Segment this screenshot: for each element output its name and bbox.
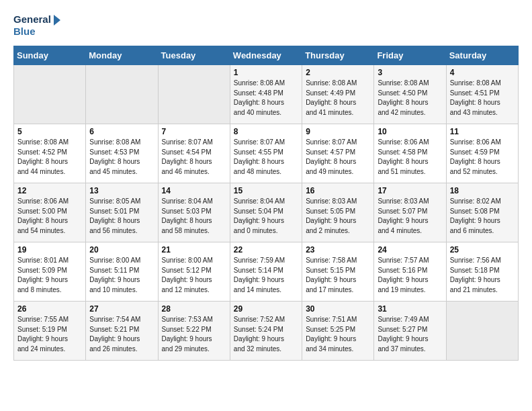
day-info: Sunrise: 8:08 AM Sunset: 4:52 PM Dayligh… [17, 138, 82, 177]
day-info: Sunrise: 8:08 AM Sunset: 4:53 PM Dayligh… [89, 138, 154, 177]
day-info: Sunrise: 8:08 AM Sunset: 4:50 PM Dayligh… [378, 79, 442, 118]
day-info: Sunrise: 7:49 AM Sunset: 5:27 PM Dayligh… [378, 315, 442, 354]
calendar-cell: 4Sunrise: 8:08 AM Sunset: 4:51 PM Daylig… [446, 65, 518, 124]
weekday-header: Wednesday [230, 46, 302, 65]
svg-text:General: General [13, 13, 51, 25]
day-number: 11 [450, 127, 515, 136]
day-info: Sunrise: 7:56 AM Sunset: 5:18 PM Dayligh… [450, 256, 515, 295]
day-number: 5 [17, 127, 82, 136]
calendar-week-row: 5Sunrise: 8:08 AM Sunset: 4:52 PM Daylig… [14, 124, 519, 183]
calendar-cell: 14Sunrise: 8:04 AM Sunset: 5:03 PM Dayli… [158, 183, 230, 242]
day-number: 13 [89, 186, 154, 195]
day-number: 7 [162, 127, 226, 136]
weekday-header: Friday [374, 46, 446, 65]
calendar-cell [158, 65, 230, 124]
logo-svg: General Blue [13, 11, 60, 39]
calendar-week-row: 19Sunrise: 8:01 AM Sunset: 5:09 PM Dayli… [14, 242, 519, 302]
day-number: 29 [234, 304, 298, 314]
day-info: Sunrise: 7:52 AM Sunset: 5:24 PM Dayligh… [234, 315, 298, 354]
calendar-cell: 11Sunrise: 8:06 AM Sunset: 4:59 PM Dayli… [446, 124, 518, 183]
calendar-cell: 3Sunrise: 8:08 AM Sunset: 4:50 PM Daylig… [374, 65, 446, 124]
day-info: Sunrise: 7:53 AM Sunset: 5:22 PM Dayligh… [162, 315, 226, 354]
calendar-cell: 9Sunrise: 8:07 AM Sunset: 4:57 PM Daylig… [302, 124, 374, 183]
day-info: Sunrise: 7:57 AM Sunset: 5:16 PM Dayligh… [378, 256, 442, 295]
day-info: Sunrise: 8:07 AM Sunset: 4:54 PM Dayligh… [162, 138, 226, 177]
day-info: Sunrise: 8:06 AM Sunset: 4:59 PM Dayligh… [450, 138, 515, 177]
day-number: 19 [17, 245, 82, 255]
day-number: 1 [234, 68, 298, 77]
calendar-cell: 23Sunrise: 7:58 AM Sunset: 5:15 PM Dayli… [302, 242, 374, 302]
day-info: Sunrise: 7:51 AM Sunset: 5:25 PM Dayligh… [306, 315, 370, 354]
day-number: 3 [378, 68, 442, 77]
day-info: Sunrise: 8:03 AM Sunset: 5:07 PM Dayligh… [378, 197, 442, 236]
calendar-cell: 15Sunrise: 8:04 AM Sunset: 5:04 PM Dayli… [230, 183, 302, 242]
day-number: 4 [450, 68, 515, 77]
calendar-cell: 2Sunrise: 8:08 AM Sunset: 4:49 PM Daylig… [302, 65, 374, 124]
weekday-header: Sunday [14, 46, 86, 65]
calendar-cell: 22Sunrise: 7:59 AM Sunset: 5:14 PM Dayli… [230, 242, 302, 302]
day-number: 24 [378, 245, 442, 255]
calendar-cell: 30Sunrise: 7:51 AM Sunset: 5:25 PM Dayli… [302, 302, 374, 361]
calendar-cell [14, 65, 86, 124]
calendar-cell: 20Sunrise: 8:00 AM Sunset: 5:11 PM Dayli… [86, 242, 158, 302]
calendar-cell: 25Sunrise: 7:56 AM Sunset: 5:18 PM Dayli… [446, 242, 518, 302]
calendar-cell: 5Sunrise: 8:08 AM Sunset: 4:52 PM Daylig… [14, 124, 86, 183]
weekday-header: Tuesday [158, 46, 230, 65]
day-number: 22 [234, 245, 298, 255]
calendar-cell: 18Sunrise: 8:02 AM Sunset: 5:08 PM Dayli… [446, 183, 518, 242]
day-number: 10 [378, 127, 442, 136]
day-number: 28 [162, 304, 226, 314]
day-number: 17 [378, 186, 442, 195]
day-info: Sunrise: 8:06 AM Sunset: 4:58 PM Dayligh… [378, 138, 442, 177]
calendar-week-row: 26Sunrise: 7:55 AM Sunset: 5:19 PM Dayli… [14, 302, 519, 361]
calendar-cell: 27Sunrise: 7:54 AM Sunset: 5:21 PM Dayli… [86, 302, 158, 361]
day-number: 6 [89, 127, 154, 136]
day-number: 30 [306, 304, 370, 314]
day-number: 9 [306, 127, 370, 136]
calendar-cell: 21Sunrise: 8:00 AM Sunset: 5:12 PM Dayli… [158, 242, 230, 302]
day-number: 20 [89, 245, 154, 255]
day-info: Sunrise: 7:54 AM Sunset: 5:21 PM Dayligh… [89, 315, 154, 354]
day-number: 27 [89, 304, 154, 314]
day-info: Sunrise: 8:06 AM Sunset: 5:00 PM Dayligh… [17, 197, 82, 236]
calendar-week-row: 1Sunrise: 8:08 AM Sunset: 4:48 PM Daylig… [14, 65, 519, 124]
day-number: 26 [17, 304, 82, 314]
day-info: Sunrise: 7:58 AM Sunset: 5:15 PM Dayligh… [306, 256, 370, 295]
day-number: 8 [234, 127, 298, 136]
calendar-cell: 28Sunrise: 7:53 AM Sunset: 5:22 PM Dayli… [158, 302, 230, 361]
day-info: Sunrise: 8:08 AM Sunset: 4:48 PM Dayligh… [234, 79, 298, 118]
svg-text:Blue: Blue [13, 26, 36, 37]
calendar-cell [446, 302, 518, 361]
calendar-cell: 24Sunrise: 7:57 AM Sunset: 5:16 PM Dayli… [374, 242, 446, 302]
day-number: 18 [450, 186, 515, 195]
day-number: 15 [234, 186, 298, 195]
day-info: Sunrise: 8:08 AM Sunset: 4:49 PM Dayligh… [306, 79, 370, 118]
weekday-header: Thursday [302, 46, 374, 65]
day-number: 16 [306, 186, 370, 195]
day-number: 2 [306, 68, 370, 77]
day-info: Sunrise: 7:59 AM Sunset: 5:14 PM Dayligh… [234, 256, 298, 295]
calendar-cell: 19Sunrise: 8:01 AM Sunset: 5:09 PM Dayli… [14, 242, 86, 302]
calendar-cell: 29Sunrise: 7:52 AM Sunset: 5:24 PM Dayli… [230, 302, 302, 361]
calendar-cell: 7Sunrise: 8:07 AM Sunset: 4:54 PM Daylig… [158, 124, 230, 183]
day-info: Sunrise: 8:07 AM Sunset: 4:57 PM Dayligh… [306, 138, 370, 177]
day-number: 23 [306, 245, 370, 255]
svg-marker-2 [54, 15, 60, 26]
calendar-header: SundayMondayTuesdayWednesdayThursdayFrid… [14, 46, 519, 65]
day-info: Sunrise: 8:00 AM Sunset: 5:11 PM Dayligh… [89, 256, 154, 295]
day-info: Sunrise: 8:07 AM Sunset: 4:55 PM Dayligh… [234, 138, 298, 177]
day-info: Sunrise: 8:08 AM Sunset: 4:51 PM Dayligh… [450, 79, 515, 118]
logo: General Blue [13, 11, 60, 39]
header: General Blue [13, 11, 519, 39]
calendar-page: General Blue SundayMondayTuesdayWednesda… [0, 0, 532, 374]
calendar-cell: 6Sunrise: 8:08 AM Sunset: 4:53 PM Daylig… [86, 124, 158, 183]
calendar-cell: 10Sunrise: 8:06 AM Sunset: 4:58 PM Dayli… [374, 124, 446, 183]
calendar-cell: 17Sunrise: 8:03 AM Sunset: 5:07 PM Dayli… [374, 183, 446, 242]
calendar-cell: 31Sunrise: 7:49 AM Sunset: 5:27 PM Dayli… [374, 302, 446, 361]
calendar-week-row: 12Sunrise: 8:06 AM Sunset: 5:00 PM Dayli… [14, 183, 519, 242]
calendar-cell: 13Sunrise: 8:05 AM Sunset: 5:01 PM Dayli… [86, 183, 158, 242]
calendar-cell: 26Sunrise: 7:55 AM Sunset: 5:19 PM Dayli… [14, 302, 86, 361]
day-info: Sunrise: 8:04 AM Sunset: 5:03 PM Dayligh… [162, 197, 226, 236]
calendar-cell [86, 65, 158, 124]
weekday-header: Saturday [446, 46, 518, 65]
